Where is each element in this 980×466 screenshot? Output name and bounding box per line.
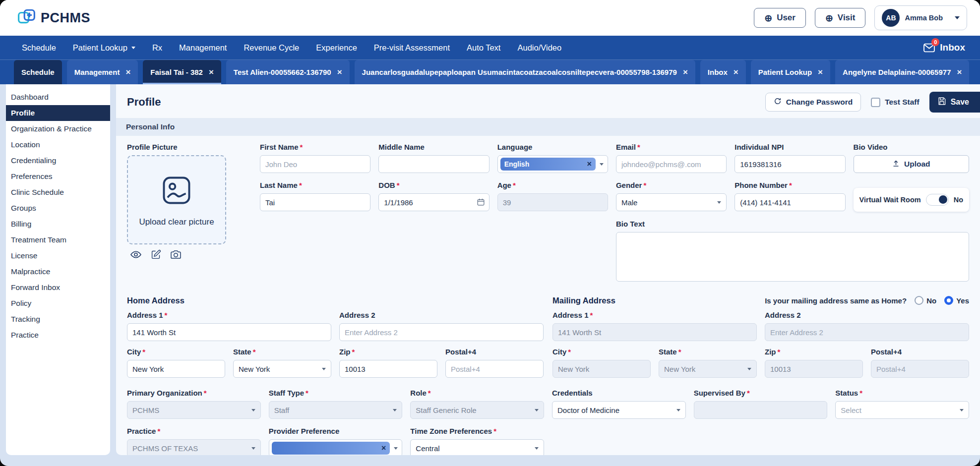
sidebar-item-license[interactable]: License [6,248,110,264]
edit-picture-icon[interactable] [151,249,161,260]
home-zip-field: Zip* [339,348,437,378]
page-title: Profile [127,96,161,109]
chevron-down-icon [600,163,604,166]
save-button[interactable]: Save [929,92,980,113]
sidebar-item-policy[interactable]: Policy [6,295,110,311]
mailing-same-yes-option[interactable]: Yes [944,296,969,305]
close-icon[interactable]: × [957,68,962,76]
tab-inbox[interactable]: Inbox × [700,60,746,84]
image-placeholder-icon [159,173,194,210]
close-icon[interactable]: × [734,68,738,76]
account-menu[interactable]: AB Amma Bob [874,5,967,30]
mailing-same-question: Is your mailing address same as Home? [765,296,907,305]
home-city-input[interactable] [127,360,225,378]
camera-icon[interactable] [170,250,182,259]
nav-item-experience[interactable]: Experience [316,43,357,53]
dob-input[interactable] [378,193,489,211]
tab-schedule[interactable]: Schedule [14,60,62,84]
nav-item-previsit-assessment[interactable]: Pre-visit Assessment [374,43,450,53]
provider-preference-field: Provider Preference × [269,427,403,455]
profile-picture-dropzone[interactable]: Upload clear picture [127,155,226,244]
content-header: Profile Change Password Test Staff [116,84,980,118]
preview-eye-icon[interactable] [130,250,142,259]
home-postal4-input[interactable] [445,360,544,378]
provider-preference-select[interactable]: × [269,439,403,455]
remove-language-icon[interactable]: × [587,160,592,168]
timezone-select[interactable]: Central [410,439,544,455]
nav-item-schedule[interactable]: Schedule [22,43,56,53]
sidebar: Dashboard Profile Organization & Practic… [6,84,110,455]
bio-text-input[interactable] [616,232,969,282]
home-address1-input[interactable] [127,323,331,341]
nav-item-management[interactable]: Management [179,43,227,53]
calendar-icon[interactable] [477,198,485,208]
tab-management[interactable]: Management × [67,60,138,84]
sidebar-item-practice[interactable]: Practice [6,327,110,343]
tab-angelyne[interactable]: Angelyne Delaplaine-00065977 × [835,60,969,84]
tab-faisal-tai[interactable]: Faisal Tai - 382 × [143,60,221,84]
sidebar-item-clinic-schedule[interactable]: Clinic Schedule [6,184,110,200]
sidebar-item-malpractice[interactable]: Malpractice [6,264,110,280]
close-icon[interactable]: × [209,68,214,76]
mailing-address1-input [552,323,757,341]
profile-form: Profile Picture Upload clear picture [116,136,980,455]
close-icon[interactable]: × [683,68,688,76]
gender-select[interactable]: Male [616,193,727,211]
tab-patient-lookup[interactable]: Patient Lookup × [751,60,830,84]
tab-test-alien[interactable]: Test Alien-00055662-136790 × [226,60,350,84]
sidebar-item-credentialing[interactable]: Credentialing [6,153,110,169]
sidebar-item-groups[interactable]: Groups [6,200,110,216]
tab-juancarlos[interactable]: Juancarlosguadalupepaploapan Usumacintac… [355,60,695,84]
close-icon[interactable]: × [337,68,342,76]
email-input[interactable] [616,155,727,173]
virtual-wait-room-toggle[interactable] [926,194,949,206]
home-state-select[interactable]: New York [233,360,331,378]
bio-text-field: Bio Text [616,220,969,284]
middle-name-input[interactable] [378,155,489,173]
sidebar-item-organization-practice[interactable]: Organization & Practice [6,121,110,137]
change-password-button[interactable]: Change Password [765,93,861,112]
sidebar-item-forward-inbox[interactable]: Forward Inbox [6,280,110,295]
nav-item-auto-text[interactable]: Auto Text [467,43,501,53]
close-icon[interactable]: × [125,68,130,76]
nav-inbox[interactable]: 0 Inbox [923,42,965,53]
nav-item-audio-video[interactable]: Audio/Video [517,43,561,53]
sidebar-item-profile[interactable]: Profile [6,105,110,121]
home-city-field: City* [127,348,225,378]
home-zip-input[interactable] [339,360,437,378]
sidebar-item-billing[interactable]: Billing [6,216,110,232]
status-field: Status* Select [835,389,969,419]
test-staff-toggle[interactable]: Test Staff [871,98,919,107]
test-staff-checkbox[interactable] [871,98,880,107]
top-bar: PCHMS ⊕ User ⊕ Visit AB Amma Bob [0,0,980,36]
last-name-input[interactable] [260,193,370,211]
sidebar-item-tracking[interactable]: Tracking [6,311,110,327]
remove-provider-preference-icon[interactable]: × [381,444,386,452]
radio-unchecked-icon[interactable] [915,296,923,305]
radio-checked-icon[interactable] [944,296,953,305]
home-address2-input[interactable] [339,323,544,341]
toggle-state-label: No [954,196,963,204]
status-select[interactable]: Select [835,401,969,419]
pchms-logo-icon [18,9,36,27]
language-select[interactable]: English × [497,155,608,173]
nav-item-revenue-cycle[interactable]: Revenue Cycle [244,43,299,53]
sidebar-item-treatment-team[interactable]: Treatment Team [6,232,110,248]
sidebar-item-preferences[interactable]: Preferences [6,169,110,184]
bio-video-upload-button[interactable]: Upload [854,155,969,173]
sidebar-item-location[interactable]: Location [6,137,110,153]
add-user-button[interactable]: ⊕ User [754,8,806,28]
sidebar-item-dashboard[interactable]: Dashboard [6,89,110,105]
nav-item-patient-lookup[interactable]: Patient Lookup [73,43,135,53]
chevron-down-icon [322,368,326,370]
mailing-zip-input [765,360,863,378]
first-name-input[interactable] [260,155,370,173]
mailing-same-no-option[interactable]: No [915,296,936,305]
nav-item-rx[interactable]: Rx [152,43,162,53]
credentials-select[interactable]: Doctor of Medicine [552,401,686,419]
npi-input[interactable] [735,155,845,173]
phone-input[interactable] [735,193,845,211]
close-icon[interactable]: × [818,68,823,76]
mailing-address2-field: Address 2 [765,311,969,341]
add-visit-button[interactable]: ⊕ Visit [815,8,866,28]
